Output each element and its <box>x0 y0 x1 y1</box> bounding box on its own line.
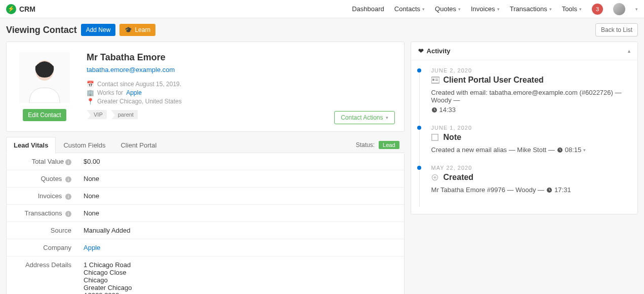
tab-client-portal[interactable]: Client Portal <box>113 137 164 153</box>
row-company: Company Apple <box>7 239 404 256</box>
building-icon: 🏢 <box>87 89 94 96</box>
learn-button[interactable]: 🎓 Learn <box>119 24 155 36</box>
pin-icon: 📍 <box>87 98 94 105</box>
address-line-2: Chicago Close <box>84 269 398 276</box>
brand-text: CRM <box>19 5 35 13</box>
info-icon[interactable]: i <box>65 194 71 200</box>
activity-header[interactable]: ❤ Activity ▴ <box>411 42 637 60</box>
timeline-dot-icon <box>417 68 421 72</box>
brand-logo[interactable]: ⚡ CRM <box>6 4 35 14</box>
nav-dashboard-label: Dashboard <box>352 5 384 13</box>
graduation-icon: 🎓 <box>125 26 132 33</box>
nav-transactions-label: Transactions <box>510 5 547 13</box>
total-value: $0.00 <box>77 153 404 170</box>
tabs-row: Lead Vitals Custom Fields Client Portal … <box>6 137 405 153</box>
nav-dashboard[interactable]: Dashboard <box>352 5 384 13</box>
edit-contact-button[interactable]: Edit Contact <box>23 109 66 121</box>
transactions-value: None <box>77 205 404 222</box>
top-bar: ⚡ CRM Dashboard Contacts▾ Quotes▾ Invoic… <box>0 0 644 18</box>
nav-transactions[interactable]: Transactions▾ <box>510 5 552 13</box>
tag-vip[interactable]: VIP <box>87 110 107 119</box>
notification-count: 3 <box>596 6 599 12</box>
company-value-link[interactable]: Apple <box>84 244 100 251</box>
status-indicator: Status: Lead <box>356 141 405 149</box>
id-card-icon <box>431 77 439 84</box>
timeline-body-text: Created a new email alias — Mike Stott — <box>431 146 555 154</box>
activity-title: Activity <box>427 47 451 55</box>
timeline-title-text: Note <box>444 133 462 142</box>
tabs-panel: Lead Vitals Custom Fields Client Portal … <box>6 137 405 294</box>
nav-tools[interactable]: Tools▾ <box>562 5 582 13</box>
chevron-down-icon: ▾ <box>549 7 552 12</box>
timeline-title: Client Portal User Created <box>431 76 628 85</box>
nav-contacts[interactable]: Contacts▾ <box>394 5 425 13</box>
contact-email-link[interactable]: tabatha.emore@example.com <box>87 66 182 74</box>
main-column: Edit Contact Mr Tabatha Emore tabatha.em… <box>6 42 405 294</box>
timeline-date: JUNE 1, 2020 <box>431 125 628 131</box>
clock-icon <box>557 147 563 153</box>
timeline-title: Created <box>431 173 628 182</box>
calendar-icon: 📅 <box>87 81 94 88</box>
back-to-list-button[interactable]: Back to List <box>595 23 638 36</box>
timeline-time: 14:33 <box>439 106 456 114</box>
invoices-label: Invoices <box>38 192 62 200</box>
location-text: Greater Chicago, United States <box>97 98 182 105</box>
timeline-dot-icon <box>417 126 421 130</box>
transactions-label: Transactions <box>24 209 62 217</box>
info-icon[interactable]: i <box>65 159 71 165</box>
content-area: Edit Contact Mr Tabatha Emore tabatha.em… <box>0 42 644 294</box>
add-new-label: Add New <box>86 26 111 33</box>
address-line-4: Greater Chicago <box>84 284 398 291</box>
timeline-body: Mr Tabatha Emore #9976 — Woody — 17:31 <box>431 186 628 194</box>
quotes-value: None <box>77 170 404 188</box>
works-for-prefix: Works for <box>97 89 123 96</box>
contact-actions-wrap: Contact Actions ▾ <box>334 111 394 124</box>
info-icon[interactable]: i <box>65 176 71 182</box>
address-line-5: A3992 3992 <box>84 291 398 294</box>
row-invoices: Invoices i None <box>7 188 404 205</box>
company-link[interactable]: Apple <box>126 89 142 96</box>
address-value: 1 Chicago Road Chicago Close Chicago Gre… <box>77 256 404 295</box>
contact-tags: VIP parent <box>87 110 182 119</box>
status-badge: Lead <box>379 141 399 149</box>
contact-info: Mr Tabatha Emore tabatha.emore@example.c… <box>87 52 182 121</box>
nav-invoices[interactable]: Invoices▾ <box>471 5 500 13</box>
side-column: ❤ Activity ▴ JUNE 2, 2020 Client Portal … <box>411 42 638 214</box>
contact-since: 📅 Contact since August 15, 2019. <box>87 81 182 88</box>
contact-photo <box>19 52 70 103</box>
chevron-down-icon[interactable]: ▾ <box>583 148 586 153</box>
tab-custom-fields[interactable]: Custom Fields <box>56 137 113 153</box>
info-icon[interactable]: i <box>65 211 71 217</box>
source-value: Manually Added <box>77 222 404 239</box>
clock-icon <box>431 107 437 113</box>
contact-since-text: Contact since August 15, 2019. <box>97 81 181 88</box>
quotes-label: Quotes <box>41 175 62 182</box>
tab-lead-vitals[interactable]: Lead Vitals <box>6 137 56 153</box>
chevron-down-icon[interactable]: ▾ <box>635 7 638 12</box>
activity-panel: ❤ Activity ▴ JUNE 2, 2020 Client Portal … <box>411 42 638 214</box>
row-quotes: Quotes i None <box>7 170 404 188</box>
timeline-time: 17:31 <box>554 186 571 194</box>
heartbeat-icon: ❤ <box>418 47 424 55</box>
timeline-date: MAY 22, 2020 <box>431 165 628 171</box>
svg-rect-5 <box>432 79 434 81</box>
source-label: Source <box>7 222 77 239</box>
contact-card: Edit Contact Mr Tabatha Emore tabatha.em… <box>6 42 405 132</box>
nav-quotes[interactable]: Quotes▾ <box>435 5 461 13</box>
contact-location: 📍 Greater Chicago, United States <box>87 98 182 105</box>
timeline-time: 08:15 <box>565 146 582 154</box>
clock-icon <box>546 187 552 193</box>
chevron-up-icon[interactable]: ▴ <box>628 48 630 54</box>
tag-parent[interactable]: parent <box>111 110 138 119</box>
address-line-3: Chicago <box>84 276 398 284</box>
contact-actions-button[interactable]: Contact Actions ▾ <box>334 111 394 124</box>
bolt-icon: ⚡ <box>6 4 16 14</box>
notification-badge[interactable]: 3 <box>592 4 603 15</box>
nav-quotes-label: Quotes <box>435 5 456 13</box>
timeline-date: JUNE 2, 2020 <box>431 67 628 74</box>
add-new-button[interactable]: Add New <box>81 24 116 36</box>
plus-circle-icon <box>431 174 439 181</box>
page-title: Viewing Contact <box>6 25 77 35</box>
user-avatar[interactable] <box>613 3 625 15</box>
learn-label: Learn <box>135 26 150 33</box>
